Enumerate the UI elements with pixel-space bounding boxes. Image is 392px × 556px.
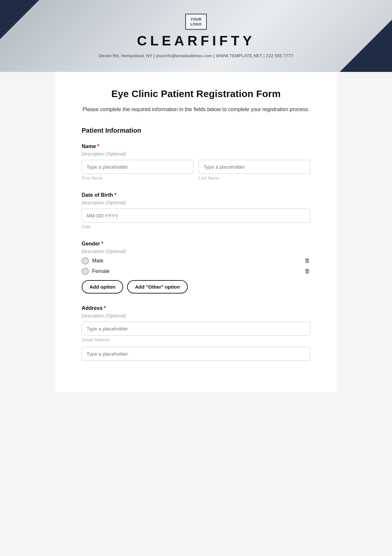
brand-name: CLEARFIFTY [137, 33, 255, 49]
street-address-sublabel: Street Address [82, 337, 310, 342]
address-description: Description (Optional) [82, 313, 310, 318]
street-address-input[interactable] [82, 322, 310, 336]
header-contact: Devon Rd, Hempstead, NY | yourinfo@email… [99, 53, 293, 58]
name-input-row: First Name Last Name [82, 160, 310, 180]
gender-option-female: Female 🗑 [82, 268, 310, 275]
name-field-group: Name * Description (Optional) First Name… [82, 143, 310, 180]
address-required-star: * [104, 305, 106, 311]
last-name-wrapper: Last Name [199, 160, 310, 180]
male-delete-icon[interactable]: 🗑 [304, 257, 310, 264]
street-address-wrapper: Street Address [82, 322, 310, 342]
first-name-wrapper: First Name [82, 160, 193, 180]
dob-sublabel: Date [82, 224, 310, 229]
gender-option-male: Male 🗑 [82, 257, 310, 264]
address-line2-input[interactable] [82, 347, 310, 361]
header: YOUR LOGO CLEARFIFTY Devon Rd, Hempstead… [0, 0, 392, 72]
name-label: Name * [82, 143, 310, 149]
gender-option-female-left: Female [82, 268, 109, 275]
form-title: Eye Clinic Patient Registration Form [82, 88, 310, 99]
name-required-star: * [97, 143, 99, 149]
gender-description: Description (Optional) [82, 249, 310, 254]
dob-input[interactable] [82, 209, 310, 223]
dob-wrapper: Date [82, 209, 310, 229]
last-name-sublabel: Last Name [199, 176, 310, 180]
first-name-sublabel: First Name [82, 176, 193, 180]
form-container: Eye Clinic Patient Registration Form Ple… [56, 72, 336, 392]
dob-required-star: * [114, 192, 116, 198]
page-wrapper: YOUR LOGO CLEARFIFTY Devon Rd, Hempstead… [0, 0, 392, 556]
header-content: YOUR LOGO CLEARFIFTY Devon Rd, Hempstead… [99, 14, 293, 58]
gender-option-male-left: Male [82, 257, 104, 264]
address-field-group: Address * Description (Optional) Street … [82, 305, 310, 361]
dob-label: Date of Birth * [82, 192, 310, 198]
address-line2-wrapper [82, 347, 310, 361]
dob-description: Description (Optional) [82, 200, 310, 205]
first-name-input[interactable] [82, 160, 193, 174]
female-option-label: Female [92, 268, 109, 274]
add-other-option-button[interactable]: Add "Other" option [127, 280, 188, 294]
section-title: Patient Information [82, 127, 310, 134]
logo-box: YOUR LOGO [185, 14, 207, 30]
gender-label: Gender * [82, 241, 310, 247]
gender-field-group: Gender * Description (Optional) Male 🗑 F… [82, 241, 310, 294]
female-delete-icon[interactable]: 🗑 [304, 268, 310, 275]
gender-buttons-row: Add option Add "Other" option [82, 280, 310, 294]
add-option-button[interactable]: Add option [82, 280, 123, 294]
last-name-input[interactable] [199, 160, 310, 174]
dob-field-group: Date of Birth * Description (Optional) D… [82, 192, 310, 229]
female-radio-circle[interactable] [82, 268, 89, 275]
address-label: Address * [82, 305, 310, 311]
logo-text-line1: YOUR [190, 17, 202, 21]
logo-text-line2: LOGO [190, 22, 202, 26]
name-description: Description (Optional) [82, 151, 310, 157]
form-subtitle: Please complete the required information… [82, 105, 310, 114]
male-option-label: Male [92, 258, 104, 264]
gender-required-star: * [101, 241, 103, 247]
male-radio-circle[interactable] [82, 257, 89, 264]
